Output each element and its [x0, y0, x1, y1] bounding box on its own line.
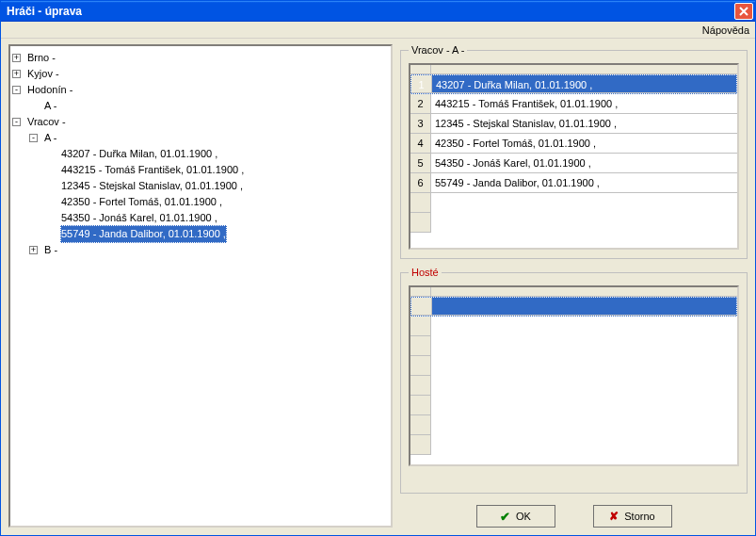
cancel-button[interactable]: ✘ Storno	[593, 505, 672, 528]
table-row[interactable]: 6 55749 - Janda Dalibor, 01.01.1900 ,	[410, 173, 737, 193]
collapse-toggle[interactable]: -	[12, 86, 21, 94]
titlebar: Hráči - úprava	[1, 1, 755, 22]
ok-label: OK	[516, 511, 531, 522]
tree-leaf-selected[interactable]: 55749 - Janda Dalibor, 01.01.1900 ,	[60, 225, 227, 243]
row-number: 6	[410, 173, 431, 193]
close-icon	[739, 7, 748, 16]
tree-leaf[interactable]: 443215 - Tomáš František, 01.01.1900 ,	[60, 162, 245, 178]
menubar: Nápověda	[1, 22, 755, 39]
table-row[interactable]: 1 43207 - Duřka Milan, 01.01.1900 ,	[410, 74, 737, 94]
tree-node[interactable]: Brno -	[26, 50, 56, 66]
row-number: 5	[410, 154, 431, 173]
players-grid[interactable]: 1 43207 - Duřka Milan, 01.01.1900 , 2 44…	[409, 63, 739, 250]
table-row[interactable]: 2 443215 - Tomáš František, 01.01.1900 ,	[410, 94, 737, 114]
menu-help[interactable]: Nápověda	[702, 24, 749, 36]
expand-toggle[interactable]: +	[12, 70, 21, 78]
table-row[interactable]	[410, 297, 737, 317]
row-number: 3	[410, 114, 431, 134]
close-button[interactable]	[734, 3, 753, 20]
table-row[interactable]	[410, 213, 737, 233]
row-text: 443215 - Tomáš František, 01.01.1900 ,	[431, 94, 737, 114]
tree-node[interactable]: Kyjov -	[26, 66, 60, 82]
row-text: 55749 - Janda Dalibor, 01.01.1900 ,	[431, 173, 737, 193]
table-row[interactable]	[410, 336, 737, 356]
window: Hráči - úprava Nápověda + Brno - + Kyjov…	[0, 0, 756, 536]
expand-toggle[interactable]: +	[29, 246, 38, 254]
collapse-toggle[interactable]: -	[29, 134, 38, 142]
tree-leaf[interactable]: 43207 - Duřka Milan, 01.01.1900 ,	[60, 146, 218, 162]
table-row[interactable]	[410, 415, 737, 435]
players-legend: Vracov - A -	[409, 44, 467, 56]
guests-legend: Hosté	[409, 267, 442, 278]
row-text: 12345 - Stejskal Stanislav, 01.01.1900 ,	[431, 114, 737, 134]
collapse-toggle[interactable]: -	[12, 118, 21, 126]
table-row[interactable]	[410, 435, 737, 455]
tree-leaf[interactable]: 42350 - Fortel Tomáš, 01.01.1900 ,	[60, 194, 223, 210]
tree-node[interactable]: Vracov -	[26, 114, 67, 130]
table-row[interactable]: 5 54350 - Jonáš Karel, 01.01.1900 ,	[410, 154, 737, 173]
cancel-label: Storno	[624, 511, 654, 522]
tree-node[interactable]: A -	[43, 98, 57, 114]
tree: + Brno - + Kyjov - - Hodonín - A -	[12, 50, 389, 258]
cross-icon: ✘	[609, 510, 619, 523]
tree-panel[interactable]: + Brno - + Kyjov - - Hodonín - A -	[8, 44, 393, 528]
table-row[interactable]	[410, 193, 737, 213]
button-row: ✔ OK ✘ Storno	[400, 501, 748, 528]
window-title: Hráči - úprava	[7, 5, 734, 18]
row-text: 42350 - Fortel Tomáš, 01.01.1900 ,	[431, 134, 737, 154]
guests-grid[interactable]	[409, 285, 739, 466]
table-row[interactable]	[410, 396, 737, 415]
row-text: 43207 - Duřka Milan, 01.01.1900 ,	[432, 75, 736, 93]
right-panel: Vracov - A - 1 43207 - Duřka Milan, 01.0…	[400, 44, 748, 528]
guests-group: Hosté	[400, 267, 748, 494]
row-text: 54350 - Jonáš Karel, 01.01.1900 ,	[431, 154, 737, 173]
tree-node[interactable]: B -	[43, 242, 58, 258]
table-row[interactable]: 3 12345 - Stejskal Stanislav, 01.01.1900…	[410, 114, 737, 134]
row-number: 4	[410, 134, 431, 154]
tree-node[interactable]: A -	[43, 130, 57, 146]
table-row[interactable]: 4 42350 - Fortel Tomáš, 01.01.1900 ,	[410, 134, 737, 154]
client-area: + Brno - + Kyjov - - Hodonín - A -	[1, 39, 755, 535]
row-number: 1	[411, 75, 432, 93]
row-number: 2	[410, 94, 431, 114]
check-icon: ✔	[500, 510, 510, 524]
expand-toggle[interactable]: +	[12, 54, 21, 62]
table-row[interactable]	[410, 356, 737, 376]
tree-node[interactable]: Hodonín -	[26, 82, 73, 98]
table-row[interactable]	[410, 317, 737, 336]
table-row[interactable]	[410, 376, 737, 396]
players-group: Vracov - A - 1 43207 - Duřka Milan, 01.0…	[400, 44, 748, 259]
ok-button[interactable]: ✔ OK	[476, 505, 555, 528]
tree-leaf[interactable]: 54350 - Jonáš Karel, 01.01.1900 ,	[60, 210, 218, 226]
tree-leaf[interactable]: 12345 - Stejskal Stanislav, 01.01.1900 ,	[60, 178, 244, 194]
